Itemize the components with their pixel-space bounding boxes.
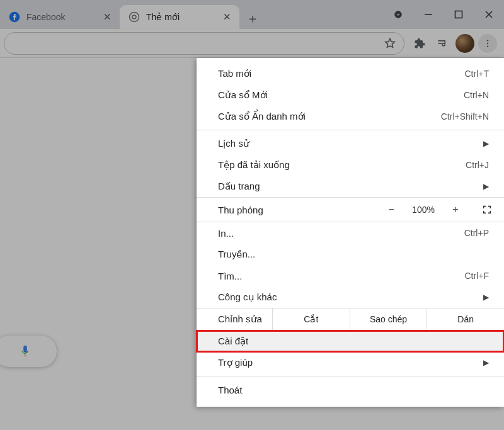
svg-point-11 [487,42,488,43]
menu-edit-row: Chỉnh sửa Cắt Sao chép Dán [197,308,504,331]
extensions-icon[interactable] [410,33,430,54]
edit-label: Chỉnh sửa [197,314,272,325]
submenu-arrow-icon: ▶ [479,182,489,191]
menu-paste[interactable]: Dán [427,308,504,330]
tab-title: Thẻ mới [146,12,180,22]
menu-new-window[interactable]: Cửa sổ Mới Ctrl+N [197,84,504,106]
menu-history[interactable]: Lịch sử ▶ [197,133,504,154]
microphone-icon [18,344,32,358]
menu-cast[interactable]: Truyền... [197,244,504,265]
notification-icon[interactable] [383,2,413,27]
media-control-icon[interactable] [432,33,452,54]
facebook-icon [9,11,20,23]
menu-help[interactable]: Trợ giúp ▶ [197,352,504,373]
menu-cut[interactable]: Cắt [272,308,350,330]
menu-downloads[interactable]: Tệp đã tải xuống Ctrl+J [197,154,504,176]
maximize-button[interactable] [444,2,474,27]
menu-print[interactable]: In... Ctrl+P [197,222,504,244]
minimize-button[interactable] [413,2,444,27]
submenu-arrow-icon: ▶ [479,293,489,302]
tab-facebook[interactable]: Facebook ✕ [0,5,120,29]
menu-settings[interactable]: Cài đặt [197,331,504,352]
voice-search-pill[interactable] [0,336,57,367]
svg-rect-5 [455,11,462,18]
svg-point-10 [487,40,488,41]
menu-find[interactable]: Tìm... Ctrl+F [197,265,504,286]
chrome-overflow-menu: Tab mới Ctrl+T Cửa sổ Mới Ctrl+N Cửa sổ … [197,58,504,407]
menu-more-tools[interactable]: Công cụ khác ▶ [197,286,504,308]
menu-new-tab[interactable]: Tab mới Ctrl+T [197,63,504,84]
profile-avatar[interactable] [455,33,475,54]
new-tab-button[interactable]: ＋ [242,8,263,29]
bookmark-star-icon[interactable] [384,37,396,50]
tab-strip: Facebook ✕ Thẻ mới ✕ ＋ [0,0,504,29]
window-controls [383,0,504,29]
toolbar [0,29,504,58]
menu-exit[interactable]: Thoát [197,379,504,400]
fullscreen-button[interactable] [470,205,504,215]
avatar-image [455,34,474,53]
tab-new[interactable]: Thẻ mới ✕ [120,5,239,29]
menu-separator [197,376,504,376]
menu-incognito[interactable]: Cửa sổ Ẩn danh mới Ctrl+Shift+N [197,106,504,127]
more-vert-icon [478,34,497,53]
menu-bookmarks[interactable]: Dấu trang ▶ [197,176,504,197]
svg-point-3 [395,11,402,18]
svg-point-12 [487,45,488,47]
svg-point-2 [132,15,136,19]
menu-copy[interactable]: Sao chép [350,308,427,330]
zoom-level: 100% [406,205,441,215]
svg-point-1 [130,13,139,22]
tab-title: Facebook [26,12,65,22]
menu-separator [197,130,504,130]
chrome-menu-button[interactable] [478,33,498,54]
zoom-in-button[interactable]: + [441,204,470,215]
menu-zoom-row: Thu phóng − 100% + [197,197,504,222]
chrome-icon [129,11,140,23]
submenu-arrow-icon: ▶ [479,358,489,367]
close-tab-icon[interactable]: ✕ [220,11,233,23]
zoom-out-button[interactable]: − [377,204,406,215]
svg-rect-13 [25,355,26,357]
close-tab-icon[interactable]: ✕ [101,11,113,23]
address-bar[interactable] [4,32,404,55]
submenu-arrow-icon: ▶ [479,139,489,148]
close-window-button[interactable] [474,2,504,27]
